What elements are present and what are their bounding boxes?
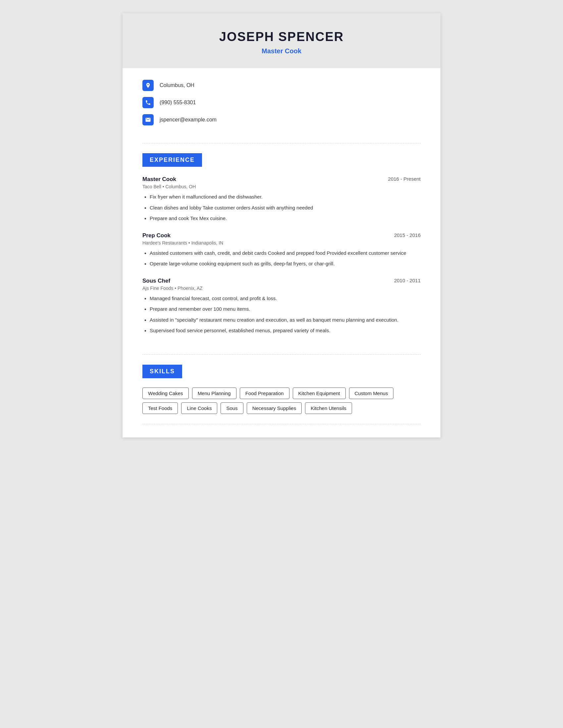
phone-icon [142,97,154,108]
job-header-3: Sous Chef 2010 - 2011 [142,278,421,284]
bullet-item: Assisted customers with cash, credit, an… [142,250,421,257]
phone-text: (990) 555-8301 [160,100,196,106]
contact-location: Columbus, OH [142,80,421,91]
skill-tag: Kitchen Utensils [305,402,352,414]
job-title-1: Master Cook [142,176,176,183]
bullet-item: Fix fryer when it malfunctioned and the … [142,193,421,201]
bullet-item: Managed financial forecast, cost control… [142,295,421,302]
job-bullets-1: Fix fryer when it malfunctioned and the … [142,193,421,222]
job-dates-1: 2016 - Present [388,176,421,182]
skill-tag: Test Foods [142,402,178,414]
location-text: Columbus, OH [160,82,194,88]
job-title-2: Prep Cook [142,232,170,239]
job-dates-2: 2015 - 2016 [394,232,421,238]
skill-tag: Custom Menus [349,387,394,399]
job-dates-3: 2010 - 2011 [394,278,421,283]
job-header-1: Master Cook 2016 - Present [142,176,421,183]
bullet-item: Supervised food service personnel, estab… [142,327,421,335]
skill-tag: Sous [220,402,243,414]
job-company-3: Ajs Fine Foods • Phoenix, AZ [142,286,421,291]
skill-tag: Kitchen Equipment [293,387,346,399]
email-text: jspencer@example.com [160,117,216,123]
email-icon [142,114,154,125]
skill-tag: Wedding Cakes [142,387,189,399]
candidate-title: Master Cook [142,47,421,55]
bullet-item: Operate large-volume cooking equipment s… [142,260,421,268]
job-company-2: Hardee's Restaurants • Indianapolis, IN [142,240,421,246]
bullet-item: Prepare and cook Tex Mex cuisine. [142,215,421,222]
skills-grid: Wedding CakesMenu PlanningFood Preparati… [142,387,421,414]
job-entry-3: Sous Chef 2010 - 2011 Ajs Fine Foods • P… [142,278,421,335]
skill-tag: Food Preparation [240,387,290,399]
contact-phone: (990) 555-8301 [142,97,421,108]
bullet-item: Clean dishes and lobby Take customer ord… [142,204,421,212]
job-bullets-3: Managed financial forecast, cost control… [142,295,421,335]
experience-section: EXPERIENCE Master Cook 2016 - Present Ta… [122,143,441,354]
job-title-3: Sous Chef [142,278,170,284]
bullet-item: Assisted in "specialty" restaurant menu … [142,316,421,324]
experience-heading: EXPERIENCE [142,153,202,167]
contact-email: jspencer@example.com [142,114,421,125]
bullet-item: Prepare and remember over 100 menu items… [142,305,421,313]
skill-tag: Menu Planning [192,387,236,399]
resume-container: JOSEPH SPENCER Master Cook Columbus, OH … [122,13,441,437]
skill-tag: Necessary Supplies [247,402,302,414]
location-icon [142,80,154,91]
job-bullets-2: Assisted customers with cash, credit, an… [142,250,421,268]
skill-tag: Line Cooks [181,402,217,414]
job-header-2: Prep Cook 2015 - 2016 [142,232,421,239]
resume-header: JOSEPH SPENCER Master Cook [122,13,441,68]
skills-section: SKILLS Wedding CakesMenu PlanningFood Pr… [122,355,441,424]
skills-heading: SKILLS [142,365,182,378]
contact-section: Columbus, OH (990) 555-8301 jspencer@exa… [122,68,441,143]
candidate-name: JOSEPH SPENCER [142,30,421,44]
job-entry-1: Master Cook 2016 - Present Taco Bell • C… [142,176,421,222]
job-company-1: Taco Bell • Columbus, OH [142,184,421,189]
job-entry-2: Prep Cook 2015 - 2016 Hardee's Restauran… [142,232,421,268]
